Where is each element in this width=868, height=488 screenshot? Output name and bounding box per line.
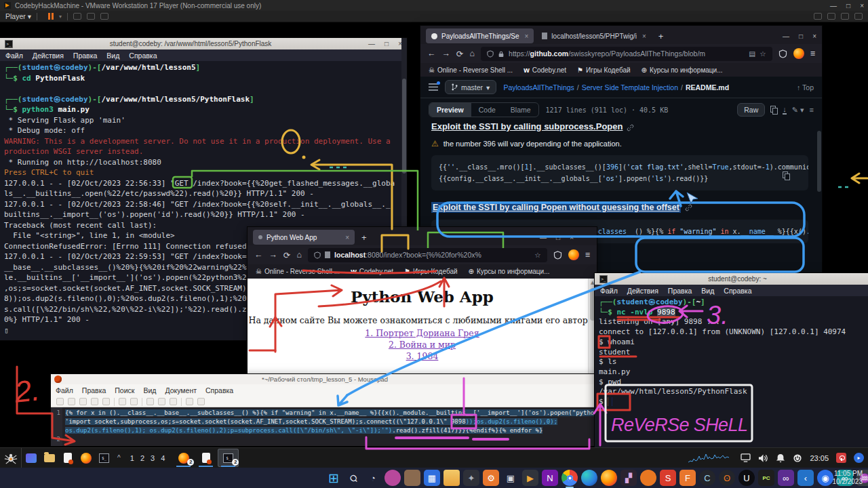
heading-subprocess-popen[interactable]: Exploit the SSTI by calling subprocess.P… bbox=[431, 121, 623, 131]
menu-item[interactable]: Справка bbox=[129, 52, 157, 60]
forward-icon[interactable]: → bbox=[269, 250, 278, 260]
menu-item[interactable]: Поиск bbox=[115, 386, 134, 394]
close-button[interactable]: × bbox=[812, 33, 816, 40]
back-icon[interactable]: ← bbox=[254, 250, 263, 260]
pause-dropdown-icon[interactable]: ▾ bbox=[59, 14, 62, 20]
app-menu-spider-icon[interactable] bbox=[0, 448, 22, 468]
new-file-icon[interactable] bbox=[56, 398, 64, 405]
volume-icon[interactable] bbox=[758, 453, 768, 463]
portrait-icon[interactable] bbox=[404, 470, 420, 486]
breadcrumb-repo[interactable]: PayloadsAllTheThings bbox=[503, 83, 574, 92]
terminal-nc-output[interactable]: ┌──(student㉿codeby)-[~]└─$ nc -nvlp 9898… bbox=[595, 296, 868, 447]
menu-item[interactable]: Документ bbox=[165, 386, 197, 394]
disk-icon[interactable] bbox=[827, 13, 835, 20]
menu-item[interactable]: Файл bbox=[56, 386, 73, 394]
bookmark-item[interactable]: ☠ Online - Reverse Shell ... bbox=[429, 66, 513, 74]
maps-pin-icon[interactable]: ◉ bbox=[817, 470, 833, 486]
menu-item[interactable]: Правка bbox=[73, 52, 97, 60]
home-icon[interactable]: ⌂ bbox=[296, 250, 302, 260]
bookmark-item[interactable]: ⚑ Игры Кодебай bbox=[404, 268, 457, 275]
book-link-1[interactable]: 1. Портрет Дориана Грея bbox=[248, 327, 597, 339]
vm-clock[interactable]: 23:05 bbox=[810, 454, 829, 462]
minimize-button[interactable]: — bbox=[368, 40, 375, 47]
mousepad-editor[interactable]: 12 {% for x in ().__class__.__base__.__s… bbox=[51, 407, 599, 446]
back-to-top-link[interactable]: ↑ Top bbox=[797, 83, 814, 92]
code-block-subprocess[interactable]: {{''.__class__.mro()[1].__subclasses__()… bbox=[431, 155, 808, 190]
link-icon[interactable] bbox=[685, 204, 692, 211]
unreal-icon[interactable]: U bbox=[738, 470, 755, 486]
copy-icon[interactable] bbox=[158, 398, 165, 405]
blender-icon[interactable]: ʘ bbox=[719, 470, 735, 486]
vmware-close-button[interactable]: × bbox=[860, 2, 864, 9]
firefox-account-icon[interactable] bbox=[793, 48, 804, 59]
firefox-account-icon[interactable] bbox=[568, 249, 579, 260]
folder-launcher-icon[interactable] bbox=[40, 449, 58, 467]
back-icon[interactable]: ← bbox=[427, 49, 436, 58]
save-icon[interactable] bbox=[79, 398, 87, 405]
menu-item[interactable]: Файл bbox=[600, 287, 618, 295]
bookmark-item[interactable]: w Codeby.net bbox=[524, 66, 566, 74]
calendar-icon[interactable]: ▦ bbox=[424, 470, 440, 486]
editor-text[interactable]: {% for x in ().__class__.__base__.__subc… bbox=[62, 407, 599, 446]
tab-payloadsallthethings[interactable]: PayloadsAllTheThings/Se × bbox=[426, 28, 534, 43]
menu-hamburger-icon[interactable]: ≡ bbox=[585, 250, 590, 260]
minimize-button[interactable]: — bbox=[540, 234, 547, 241]
chrome-icon[interactable] bbox=[561, 470, 578, 486]
menu-item[interactable]: Справка bbox=[205, 386, 233, 394]
dark-app-icon[interactable]: ✦ bbox=[463, 470, 479, 486]
folder-icon[interactable] bbox=[443, 470, 460, 486]
close-tab-icon[interactable]: × bbox=[345, 234, 349, 241]
search-icon[interactable]: Ϙ bbox=[345, 470, 361, 486]
sound-device-icon[interactable] bbox=[854, 13, 863, 20]
firefox-launcher-icon[interactable] bbox=[77, 449, 95, 467]
sublime-icon[interactable]: S bbox=[660, 470, 676, 486]
reload-icon[interactable]: ⟳ bbox=[283, 250, 290, 260]
link-icon[interactable] bbox=[627, 124, 634, 131]
url-bar[interactable]: https://github.com/swisskyrepo/PayloadsA… bbox=[481, 47, 772, 61]
pause-vm-button[interactable] bbox=[48, 13, 54, 20]
start-icon[interactable]: ⊞ bbox=[326, 470, 342, 486]
color-wheel-icon[interactable] bbox=[384, 470, 401, 486]
maximize-button[interactable]: □ bbox=[556, 234, 560, 241]
edge-icon[interactable] bbox=[581, 470, 597, 486]
replace-icon[interactable] bbox=[197, 398, 205, 405]
branch-selector[interactable]: master ▾ bbox=[445, 80, 496, 94]
keyboard-lock-icon[interactable] bbox=[836, 453, 846, 463]
menu-item[interactable]: Справка bbox=[724, 287, 751, 295]
minimize-button[interactable]: — bbox=[783, 33, 789, 40]
open-file-icon[interactable] bbox=[68, 398, 75, 405]
vmware-maximize-button[interactable]: □ bbox=[846, 2, 850, 9]
fl-studio-icon[interactable]: F bbox=[679, 470, 696, 486]
github-scrollbar[interactable] bbox=[817, 131, 821, 192]
maximize-button[interactable]: □ bbox=[384, 40, 389, 47]
menu-item[interactable]: Правка bbox=[82, 386, 106, 394]
tab-preview[interactable]: Preview bbox=[429, 103, 471, 117]
notification-bell-icon[interactable] bbox=[776, 453, 785, 463]
taskbar-window-terminal[interactable]: $_2 bbox=[218, 449, 239, 467]
protections-shield-icon[interactable] bbox=[778, 49, 787, 58]
reload-icon[interactable]: ⟳ bbox=[456, 49, 463, 59]
bookmark-item[interactable]: ☠ Online - Reverse Shell ... bbox=[256, 268, 340, 275]
onenote-icon[interactable]: N bbox=[542, 470, 558, 486]
menu-item[interactable]: Вид bbox=[701, 287, 714, 295]
player-menu[interactable]: Player ▾ bbox=[5, 12, 31, 20]
settings-orange-icon[interactable]: ⚙ bbox=[483, 470, 499, 486]
menu-item[interactable]: Вид bbox=[143, 386, 156, 394]
home-icon[interactable]: ⌂ bbox=[469, 49, 475, 58]
mousepad-titlebar[interactable]: *~/Рабочий стол/tmp_lesson_5 - Mousepad bbox=[51, 374, 599, 384]
menu-item[interactable]: Вид bbox=[106, 52, 119, 60]
undo-icon[interactable] bbox=[119, 398, 126, 405]
search-icon[interactable] bbox=[186, 398, 193, 405]
terminal-flask-titlebar[interactable]: >_ student@codeby: /var/www/html/lesson5… bbox=[0, 38, 407, 49]
windows-clock[interactable]: 11:05 PM 10/2/2023 bbox=[833, 470, 863, 486]
url-bar[interactable]: localhost:8080/index?book={%%20for%20x% … bbox=[308, 248, 547, 262]
reader-view-icon[interactable]: ▤ bbox=[749, 49, 755, 58]
vscode-icon[interactable]: ‹ bbox=[797, 470, 814, 486]
pycharm-icon[interactable]: PC bbox=[758, 470, 774, 486]
close-tab-icon[interactable]: × bbox=[525, 33, 529, 40]
menu-item[interactable]: Правка bbox=[668, 287, 692, 295]
video-editor-icon[interactable]: ▞ bbox=[620, 470, 637, 486]
taskbar-window-mousepad[interactable] bbox=[195, 449, 216, 467]
paste-icon[interactable] bbox=[170, 398, 177, 405]
forward-icon[interactable]: → bbox=[442, 49, 451, 58]
